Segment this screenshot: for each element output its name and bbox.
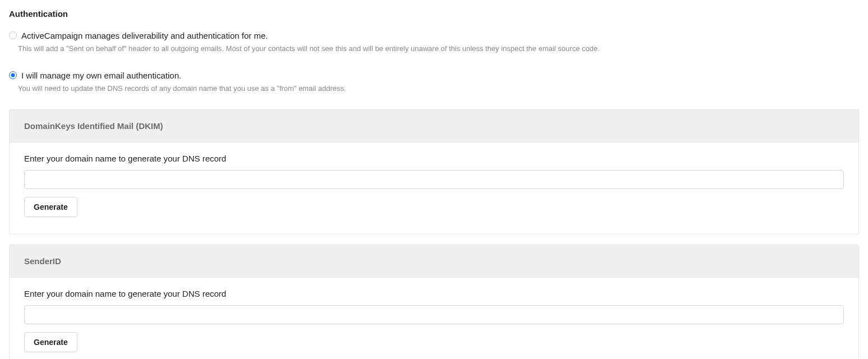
senderid-prompt: Enter your domain name to generate your …	[24, 289, 844, 298]
dkim-domain-input[interactable]	[24, 170, 844, 189]
senderid-generate-button[interactable]: Generate	[24, 332, 77, 352]
radio-option-self: I will manage my own email authenticatio…	[9, 70, 859, 94]
authentication-section: Authentication ActiveCampaign manages de…	[9, 9, 859, 359]
radio-managed-label[interactable]: ActiveCampaign manages deliverability an…	[21, 30, 268, 42]
radio-option-managed: ActiveCampaign manages deliverability an…	[9, 30, 859, 54]
dkim-prompt: Enter your domain name to generate your …	[24, 154, 844, 163]
senderid-domain-input[interactable]	[24, 305, 844, 324]
senderid-panel: SenderID Enter your domain name to gener…	[9, 245, 859, 359]
dkim-generate-button[interactable]: Generate	[24, 197, 77, 217]
radio-self-label[interactable]: I will manage my own email authenticatio…	[21, 70, 181, 81]
senderid-header-title: SenderID	[24, 256, 844, 266]
dkim-header-title: DomainKeys Identified Mail (DKIM)	[24, 121, 844, 131]
section-title: Authentication	[9, 9, 859, 19]
dkim-panel-body: Enter your domain name to generate your …	[10, 142, 858, 234]
dkim-panel-header: DomainKeys Identified Mail (DKIM)	[10, 110, 858, 142]
dkim-panel: DomainKeys Identified Mail (DKIM) Enter …	[9, 109, 859, 234]
radio-self-description: You will need to update the DNS records …	[18, 84, 859, 94]
radio-managed-description: This will add a "Sent on behalf of" head…	[18, 44, 859, 54]
radio-managed[interactable]	[9, 31, 17, 39]
senderid-panel-header: SenderID	[10, 245, 858, 278]
radio-self[interactable]	[9, 71, 17, 79]
senderid-panel-body: Enter your domain name to generate your …	[10, 278, 858, 359]
